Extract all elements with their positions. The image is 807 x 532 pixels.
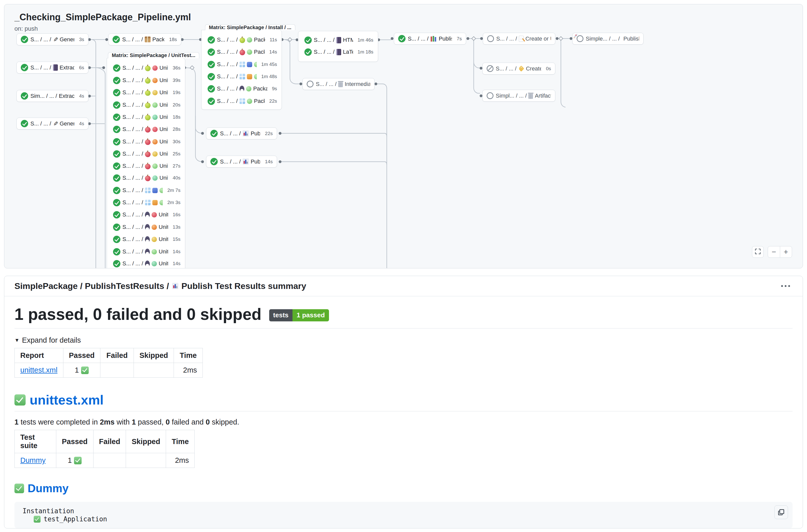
job-path-prefix: S... / ... /	[31, 120, 51, 127]
graph-edge	[97, 68, 105, 268]
matrix-job-row[interactable]: S... / ... /Unit Tests - ...27s	[107, 160, 185, 172]
job-label: S... / ... /Unit Tests - ...	[122, 248, 168, 255]
report-file-link[interactable]: unittest.xml	[20, 366, 58, 374]
ball-teal-icon	[152, 175, 158, 181]
penguin-icon	[145, 212, 150, 218]
column-header: Failed	[100, 348, 134, 363]
matrix-job-row[interactable]: S... / ... /Unit Tests - ...25s	[107, 148, 185, 160]
matrix-job-row[interactable]: S... / ... /Unit Tests - ...19s	[107, 87, 185, 98]
job-path-prefix: S... / ... /	[122, 236, 143, 243]
job-name: Unit Tests - ...	[159, 163, 168, 169]
job-path-prefix: S... / ... /	[217, 86, 238, 92]
workflow-node-row[interactable]: S... / ... /HTML Docu...1m 46s	[298, 34, 378, 46]
workflow-node-create-or-update-release[interactable]: S... / ... /Create or Update R...	[483, 33, 555, 44]
workflow-node-intermediate-artifacts[interactable]: S... / ... /Intermediate Artifa...	[302, 78, 374, 90]
sentence-text: tests were completed in	[19, 418, 100, 426]
job-path-prefix: S... / ... /	[217, 49, 238, 55]
time-value: 2ms	[174, 363, 203, 378]
job-duration: 39s	[170, 78, 180, 83]
zoom-out-button[interactable]: −	[768, 246, 780, 258]
job-label: S... / ... /Unit Tests - ...	[122, 260, 168, 267]
job-name: Package in Sou...	[152, 36, 164, 43]
success-status-icon	[113, 89, 120, 96]
matrix-job-row[interactable]: S... / ... /Unit Tests - ...13s	[107, 221, 185, 233]
matrix-job-row[interactable]: S... / ... /Unit Tests - ...39s	[107, 75, 185, 86]
node-port-dot	[88, 95, 91, 98]
workflow-node-row[interactable]: S... / ... /LaTeX Docu...1m 18s	[298, 46, 378, 58]
matrix-job-row[interactable]: S... / ... /Unit T...2m 3s	[107, 197, 185, 208]
job-path-prefix: S... / ... /	[217, 37, 238, 43]
job-label: S... / ... /✎Generate pipelin...	[31, 120, 74, 127]
matrix-job-row[interactable]: S... / ... /Unit Tests - ...16s	[107, 209, 185, 221]
matrix-job-row[interactable]: S... / ... /Packa...1m 45s	[201, 59, 282, 70]
success-status-icon	[21, 64, 28, 71]
job-duration: 11s	[267, 37, 277, 42]
workflow-node-generate-pipeline-1[interactable]: S... / ... /✎Generate pipelin...3s	[17, 34, 89, 45]
workflow-node-artifact-cleanup[interactable]: Simpl... / ... /Artifact Cleanup	[482, 90, 555, 102]
job-duration: 36s	[170, 65, 180, 71]
matrix-job-row[interactable]: S... / ... /Package ins...22s	[201, 95, 282, 107]
test-output-code-block: Instantiationtest_Application	[15, 502, 792, 528]
apple-green-icon	[145, 103, 151, 108]
success-status-icon	[113, 64, 120, 72]
badge-value: 1 passed	[292, 309, 329, 321]
workflow-node-generate-pipeline-2[interactable]: S... / ... /✎Generate pipelin...4s	[17, 118, 89, 130]
matrix-job-row[interactable]: S... / ... /Unit Tests - ...14s	[107, 246, 185, 258]
job-label: S... / ... /Package ins...	[217, 49, 265, 55]
edge-junction-diamond	[190, 65, 194, 70]
job-name: Unit Tests - ...	[159, 126, 168, 133]
matrix-job-row[interactable]: S... / ... /Package ins...14s	[201, 46, 282, 58]
stat-value: 0	[166, 418, 170, 426]
workflow-node-publish-to-pypi[interactable]: Simple... / ... /Publish to PyPI	[572, 33, 643, 44]
notebook-icon	[336, 49, 341, 55]
workflow-node-publish-test-results[interactable]: S... / ... /Publish Test Re...14s	[206, 156, 277, 168]
matrix-job-row[interactable]: S... / ... /Unit Tests - ...18s	[107, 111, 185, 123]
summary-title: Publish Test Results summary	[181, 281, 306, 291]
matrix-job-row[interactable]: S... / ... /Unit Tests - ...40s	[107, 172, 185, 184]
matrix-job-row[interactable]: S... / ... /Unit Tests - ...20s	[107, 99, 185, 111]
job-name: Unit Tests - ...	[159, 102, 168, 108]
job-duration: 1m 45s	[259, 62, 277, 67]
zoom-in-button[interactable]: +	[780, 246, 792, 258]
job-label: S... / ... /Intermediate Artifa...	[316, 81, 370, 88]
matrix-job-row[interactable]: S... / ... /Package inst...9s	[201, 83, 282, 95]
expand-for-details-toggle[interactable]: ▼ Expand for details	[15, 336, 792, 344]
badge-label: tests	[269, 309, 293, 321]
job-label: S... / ... /Publish to GH-P...	[408, 36, 452, 42]
workflow-node-publish-to-gh-pages[interactable]: S... / ... /Publish to GH-P...7s	[394, 33, 466, 44]
apple-red-icon	[145, 139, 151, 145]
penguin-icon	[145, 249, 150, 255]
ball-yellow-icon	[152, 237, 157, 242]
check-icon	[81, 366, 89, 374]
workflow-node-publish-code-coverage[interactable]: S... / ... /Publish Code C...22s	[206, 128, 277, 139]
workflow-node-create-tag[interactable]: S... / ... /Create tag '${{ in...0s	[482, 63, 555, 75]
matrix-job-row[interactable]: S... / ... /Unit Tests - ...14s	[107, 258, 185, 268]
job-path-prefix: S... / ... /	[122, 77, 143, 84]
success-status-icon	[304, 49, 312, 56]
more-options-button[interactable]	[779, 283, 792, 289]
job-duration: 22s	[262, 131, 273, 136]
job-name: Unit Tests - ...	[159, 248, 168, 255]
copy-button[interactable]	[774, 506, 788, 519]
job-name: Publish Test Re...	[251, 158, 260, 165]
matrix-job-row[interactable]: S... / ... /Unit Tests - ...15s	[107, 233, 185, 245]
workflow-node-extract-configuration[interactable]: S... / ... /Extract configur...6s	[17, 62, 89, 74]
matrix-job-row[interactable]: S... / ... /Unit Tests - ...36s	[107, 62, 185, 74]
matrix-job-row[interactable]: S... / ... /Unit Tests - ...30s	[107, 136, 185, 148]
test-suite-link[interactable]: Dummy	[20, 456, 45, 464]
workflow-node-extract-information[interactable]: Sim... / ... /Extract Information4s	[17, 90, 89, 102]
matrix-job-row[interactable]: S... / ... /Unit Tests - ...28s	[107, 124, 185, 135]
ball-green-icon	[254, 62, 257, 67]
job-name: Unit Tests - ...	[159, 260, 168, 267]
graph-edge	[280, 133, 387, 136]
job-path-prefix: S... / ... /	[314, 37, 334, 43]
job-label: S... / ... /HTML Docu...	[314, 37, 353, 43]
matrix-job-row[interactable]: S... / ... /Package ins...11s	[201, 34, 282, 45]
matrix-job-row[interactable]: S... / ... /Packa...1m 48s	[201, 71, 282, 82]
suite-heading-link[interactable]: Dummy	[27, 482, 69, 495]
fit-view-button[interactable]	[752, 246, 764, 258]
file-heading-link[interactable]: unittest.xml	[30, 392, 104, 407]
matrix-group-install-matrix: S... / ... /Package ins...11sS... / ... …	[201, 30, 282, 110]
matrix-job-row[interactable]: S... / ... /Unit T...2m 7s	[107, 185, 185, 196]
workflow-node-package-in-source[interactable]: S... / ... /Package in Sou...18s	[108, 34, 181, 45]
